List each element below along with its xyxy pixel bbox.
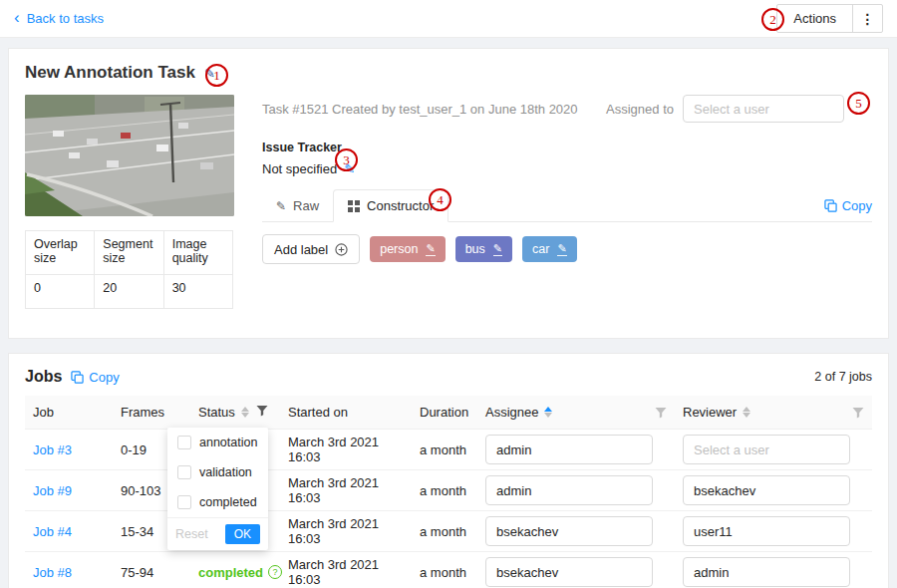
chevron-left-icon: ‹ <box>14 9 20 26</box>
status-filter-cell[interactable] <box>252 396 280 430</box>
edit-label-bus-icon[interactable]: ✎ <box>493 242 502 255</box>
annotation-circle-2: 2 <box>761 8 784 31</box>
add-label-text: Add label <box>274 242 328 257</box>
plus-circle-icon <box>335 243 348 256</box>
copy-labels-link[interactable]: Copy <box>824 198 872 221</box>
issue-tracker-value: Not specified <box>262 161 337 176</box>
reviewer-input[interactable] <box>683 516 850 546</box>
task-assignee-input[interactable] <box>683 95 844 123</box>
edit-label-car-icon[interactable]: ✎ <box>557 242 566 255</box>
tab-constructor-label: Constructor <box>367 198 434 213</box>
copy-jobs-link[interactable]: Copy <box>71 370 119 385</box>
reviewer-sorter[interactable] <box>743 407 750 418</box>
label-chip-person[interactable]: person ✎ <box>370 236 445 262</box>
started-cell: March 3rd 2021 16:03 <box>280 470 412 511</box>
label-bus-name: bus <box>465 242 485 256</box>
actions-more-button[interactable]: ⋮ <box>852 5 882 32</box>
more-dots-icon: ⋮ <box>861 11 875 27</box>
status-filter-dropdown: annotation validation completed Reset OK <box>167 428 268 550</box>
filter-option-completed[interactable]: completed <box>167 487 268 517</box>
annotation-circle-5: 5 <box>847 92 870 115</box>
question-circle-icon[interactable]: ? <box>268 565 282 579</box>
started-cell: March 3rd 2021 16:03 <box>280 552 412 588</box>
actions-button-group: Actions ⋮ <box>776 4 883 33</box>
label-chip-bus[interactable]: bus ✎ <box>455 236 512 262</box>
label-chip-car[interactable]: car ✎ <box>522 236 577 262</box>
actions-button-label: Actions <box>793 11 836 26</box>
assignee-input[interactable] <box>485 557 653 587</box>
traffic-scene-image <box>25 95 234 216</box>
filter-option-validation[interactable]: validation <box>167 457 268 487</box>
job-link[interactable]: Job #8 <box>33 565 72 580</box>
assignee-header-label: Assignee <box>485 405 538 420</box>
tab-raw-label: Raw <box>293 198 319 213</box>
duration-cell: a month <box>412 552 477 588</box>
col-header-assignee[interactable]: Assignee <box>477 396 675 430</box>
task-thumbnail <box>25 95 234 216</box>
add-label-button[interactable]: Add label <box>262 234 360 264</box>
job-link[interactable]: Job #9 <box>33 483 72 498</box>
copy-jobs-label: Copy <box>89 370 119 385</box>
param-header-quality: Image quality <box>163 231 232 275</box>
reviewer-header-label: Reviewer <box>683 405 737 420</box>
filter-option-label: completed <box>199 495 257 509</box>
jobs-title: Jobs <box>25 368 62 386</box>
filter-option-label: annotation <box>199 436 257 449</box>
filter-option-annotation[interactable]: annotation <box>167 428 268 457</box>
table-row: Job #3 0-19 March 3rd 2021 16:03 a month <box>25 430 872 470</box>
copy-labels-label: Copy <box>842 198 872 213</box>
param-header-overlap: Overlap size <box>26 231 95 275</box>
duration-cell: a month <box>412 511 477 552</box>
tab-raw[interactable]: ✎ Raw <box>262 190 333 221</box>
annotation-circle-4: 4 <box>429 188 451 211</box>
actions-button[interactable]: Actions <box>777 5 852 32</box>
jobs-table: Job Frames Status Started on D <box>25 396 872 588</box>
label-person-name: person <box>380 242 418 256</box>
edit-label-person-icon[interactable]: ✎ <box>426 242 435 255</box>
assignee-input[interactable] <box>485 475 653 505</box>
reviewer-filter-icon[interactable] <box>852 407 864 419</box>
checkbox-validation[interactable] <box>177 465 191 479</box>
assignee-input[interactable] <box>485 435 653 464</box>
assignee-input[interactable] <box>485 516 653 546</box>
col-header-frames[interactable]: Frames <box>113 396 190 430</box>
job-link[interactable]: Job #4 <box>33 524 72 539</box>
annotation-circle-1: 1 <box>205 64 228 87</box>
table-row: Job #4 15-34 March 3rd 2021 16:03 a mont… <box>25 511 872 552</box>
table-row: Job #9 90-103 March 3rd 2021 16:03 a mon… <box>25 470 872 511</box>
duration-cell: a month <box>412 430 477 470</box>
assignee-sorter[interactable] <box>544 407 552 418</box>
col-header-duration[interactable]: Duration <box>412 396 477 430</box>
status-sorter[interactable] <box>241 407 249 418</box>
assignee-filter-icon[interactable] <box>655 407 667 419</box>
status-text: completed <box>198 565 263 580</box>
task-meta: Task #1521 Created by test_user_1 on Jun… <box>262 102 578 117</box>
job-link[interactable]: Job #3 <box>33 442 72 457</box>
task-title: New Annotation Task <box>25 63 195 83</box>
reviewer-input[interactable] <box>683 475 850 505</box>
filter-option-label: validation <box>199 465 252 479</box>
param-value-segment: 20 <box>95 275 163 309</box>
checkbox-completed[interactable] <box>177 495 191 509</box>
jobs-card: Jobs Copy 2 of 7 jobs Job Frames Status <box>8 353 889 588</box>
filter-reset-button[interactable]: Reset <box>175 527 208 541</box>
status-badge: completed ? <box>198 565 282 580</box>
col-header-reviewer[interactable]: Reviewer <box>675 396 872 430</box>
filter-funnel-icon[interactable] <box>256 405 268 417</box>
col-header-started[interactable]: Started on <box>280 396 412 430</box>
raw-edit-icon: ✎ <box>276 199 286 213</box>
started-cell: March 3rd 2021 16:03 <box>280 430 412 470</box>
jobs-count: 2 of 7 jobs <box>814 370 872 384</box>
reviewer-input[interactable] <box>683 557 850 587</box>
param-header-segment: Segment size <box>95 231 163 275</box>
filter-ok-button[interactable]: OK <box>225 524 260 544</box>
back-to-tasks-label: Back to tasks <box>27 11 104 26</box>
blocks-icon <box>348 200 360 212</box>
back-to-tasks-link[interactable]: ‹ Back to tasks <box>14 11 104 26</box>
jobs-table-header-row: Job Frames Status Started on D <box>25 396 872 430</box>
col-header-job[interactable]: Job <box>25 396 113 430</box>
col-header-status[interactable]: Status <box>190 396 252 430</box>
reviewer-input[interactable] <box>683 435 850 464</box>
checkbox-annotation[interactable] <box>177 436 191 449</box>
task-params-table: Overlap size Segment size Image quality … <box>25 230 233 309</box>
